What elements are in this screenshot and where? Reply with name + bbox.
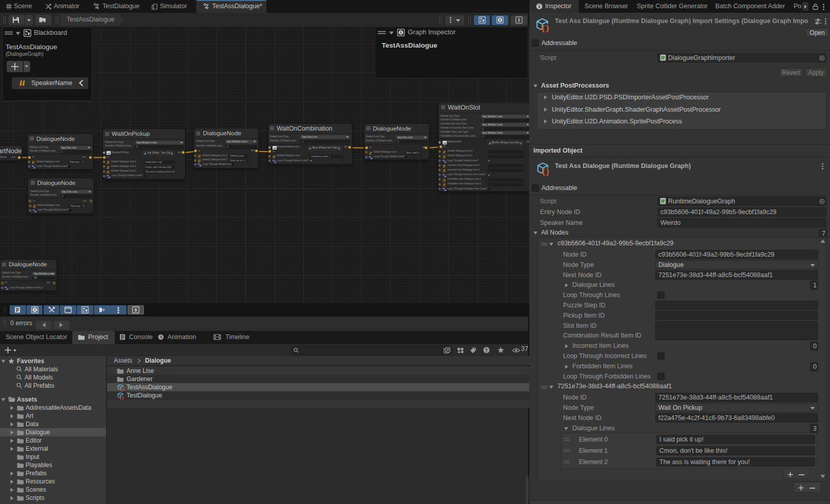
svg-text:{: { (120, 395, 121, 400)
svg-text:}: } (122, 387, 124, 391)
svg-text:{: { (542, 167, 545, 176)
svg-text:}: } (546, 167, 549, 176)
svg-text:{: { (542, 24, 545, 32)
svg-text:{: { (120, 387, 121, 391)
svg-text:}: } (122, 395, 124, 400)
svg-text:}: } (546, 24, 549, 32)
